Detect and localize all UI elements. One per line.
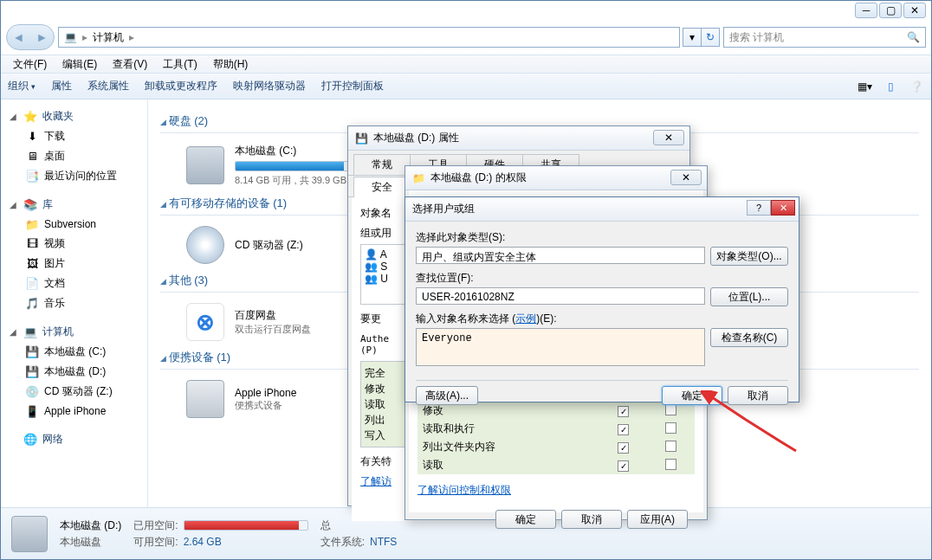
location-field: USER-20161028NZ [416, 287, 705, 305]
breadcrumb-sep: ▸ [82, 31, 87, 43]
status-title: 本地磁盘 (D:) [60, 518, 121, 533]
status-sub: 本地磁盘 [60, 535, 121, 550]
menu-help[interactable]: 帮助(H) [206, 55, 256, 74]
learn-access-link[interactable]: 了解访问控制和权限 [417, 483, 695, 498]
locations-button[interactable]: 位置(L)... [710, 287, 788, 306]
tb-map-drive[interactable]: 映射网络驱动器 [233, 79, 306, 93]
tab-general[interactable]: 常规 [353, 154, 411, 175]
examples-link[interactable]: 示例 [515, 312, 536, 325]
menu-file[interactable]: 文件(F) [6, 55, 54, 74]
folder-icon: 📁 [412, 172, 425, 184]
properties-close-button[interactable]: ✕ [653, 130, 684, 145]
tb-properties[interactable]: 属性 [51, 79, 72, 93]
address-dropdown[interactable]: ▾ [683, 28, 702, 47]
status-used-bar [184, 520, 308, 531]
library-icon: 📚 [23, 198, 37, 212]
tb-uninstall[interactable]: 卸载或更改程序 [145, 79, 217, 93]
object-types-button[interactable]: 对象类型(O)... [710, 247, 788, 266]
menu-view[interactable]: 查看(V) [106, 55, 154, 74]
object-type-label: 选择此对象类型(S): [416, 230, 788, 245]
perm-apply-button[interactable]: 应用(A) [627, 510, 688, 529]
close-button[interactable]: ✕ [903, 3, 926, 18]
sidebar-item-desktop[interactable]: 🖥桌面 [1, 146, 147, 166]
sidebar-item-iphone[interactable]: 📱Apple iPhone [1, 402, 147, 421]
permissions-close-button[interactable]: ✕ [670, 170, 702, 185]
computer-icon: 💻 [23, 325, 37, 339]
menubar: 文件(F) 编辑(E) 查看(V) 工具(T) 帮助(H) [1, 55, 931, 74]
select-users-dialog: 选择用户或组 ? ✕ 选择此对象类型(S): 用户、组或内置安全主体 对象类型(… [405, 196, 799, 402]
dialog-help-button[interactable]: ? [747, 200, 771, 216]
refresh-button[interactable]: ↻ [701, 28, 720, 47]
view-mode-icon[interactable]: ▦▾ [855, 77, 874, 96]
advanced-button[interactable]: 高级(A)... [416, 386, 478, 405]
toolbar: 组织 属性 系统属性 卸载或更改程序 映射网络驱动器 打开控制面板 ▦▾ ▯ ❔ [1, 74, 931, 100]
dialog-close-button[interactable]: ✕ [771, 200, 795, 216]
menu-tools[interactable]: 工具(T) [156, 55, 204, 74]
search-input[interactable]: 搜索 计算机 🔍 [723, 27, 926, 48]
perm-ok-button[interactable]: 确定 [495, 510, 556, 529]
maximize-button[interactable]: ▢ [879, 3, 902, 18]
sidebar: ◢⭐收藏夹 ⬇下载 🖥桌面 📑最近访问的位置 ◢📚库 📁Subversion 🎞… [1, 100, 148, 507]
sidebar-item-documents[interactable]: 📄文档 [1, 274, 147, 293]
drive-icon: 💾 [355, 132, 368, 145]
download-icon: ⬇ [25, 130, 39, 144]
cancel-button[interactable]: 取消 [728, 386, 788, 405]
select-users-title[interactable]: 选择用户或组 ? ✕ [405, 197, 799, 222]
tb-organize[interactable]: 组织 [8, 79, 36, 93]
sidebar-item-downloads[interactable]: ⬇下载 [1, 126, 147, 146]
menu-edit[interactable]: 编辑(E) [55, 55, 104, 74]
check-names-button[interactable]: 检查名称(C) [710, 328, 788, 347]
search-icon: 🔍 [907, 31, 920, 43]
tb-system-properties[interactable]: 系统属性 [87, 79, 129, 93]
star-icon: ⭐ [23, 110, 37, 124]
sidebar-item-drive-d[interactable]: 💾本地磁盘 (D:) [1, 362, 147, 382]
ok-button[interactable]: 确定 [662, 386, 722, 405]
sidebar-item-videos[interactable]: 🎞视频 [1, 234, 147, 254]
cd-icon [186, 226, 224, 264]
network-icon: 🌐 [23, 433, 37, 447]
sidebar-computer[interactable]: ◢💻计算机 [1, 322, 147, 342]
sidebar-item-drive-c[interactable]: 💾本地磁盘 (C:) [1, 342, 147, 362]
sidebar-network[interactable]: 🌐网络 [1, 429, 147, 449]
computer-icon: 💻 [64, 31, 77, 43]
tb-control-panel[interactable]: 打开控制面板 [321, 79, 384, 93]
window-controls: ─ ▢ ✕ [855, 3, 926, 18]
iphone-icon [186, 380, 224, 418]
permissions-title[interactable]: 📁 本地磁盘 (D:) 的权限 ✕ [405, 166, 707, 190]
sidebar-item-subversion[interactable]: 📁Subversion [1, 215, 147, 234]
sidebar-item-recent[interactable]: 📑最近访问的位置 [1, 166, 147, 186]
minimize-button[interactable]: ─ [855, 3, 877, 18]
properties-title[interactable]: 💾 本地磁盘 (D:) 属性 ✕ [348, 126, 689, 151]
object-names-input[interactable]: Everyone [416, 328, 705, 366]
sidebar-libraries[interactable]: ◢📚库 [1, 195, 147, 215]
drive-icon [186, 146, 224, 184]
nav-back-forward[interactable]: ◄► [6, 24, 55, 50]
sidebar-item-pictures[interactable]: 🖼图片 [1, 254, 147, 274]
sidebar-item-music[interactable]: 🎵音乐 [1, 293, 147, 313]
sidebar-item-cd-drive[interactable]: 💿CD 驱动器 (Z:) [1, 382, 147, 402]
breadcrumb-sep2[interactable]: ▸ [129, 31, 134, 43]
baidu-icon: ⊗ [186, 303, 224, 341]
recent-icon: 📑 [25, 170, 39, 183]
sidebar-favorites[interactable]: ◢⭐收藏夹 [1, 106, 147, 126]
object-type-field: 用户、组或内置安全主体 [416, 247, 705, 264]
help-icon[interactable]: ❔ [907, 77, 926, 96]
desktop-icon: 🖥 [25, 150, 39, 164]
status-drive-icon [11, 516, 48, 552]
breadcrumb-computer[interactable]: 计算机 [93, 30, 124, 45]
perm-cancel-button[interactable]: 取消 [561, 510, 622, 529]
object-names-label: 输入对象名称来选择 (示例)(E): [416, 312, 788, 326]
address-bar[interactable]: 💻 ▸ 计算机 ▸ [58, 27, 680, 48]
navbar: ◄► 💻 ▸ 计算机 ▸ ▾ ↻ 搜索 计算机 🔍 [1, 23, 931, 51]
tab-security[interactable]: 安全 [353, 177, 411, 197]
location-label: 查找位置(F): [416, 271, 788, 286]
preview-pane-icon[interactable]: ▯ [881, 77, 900, 96]
